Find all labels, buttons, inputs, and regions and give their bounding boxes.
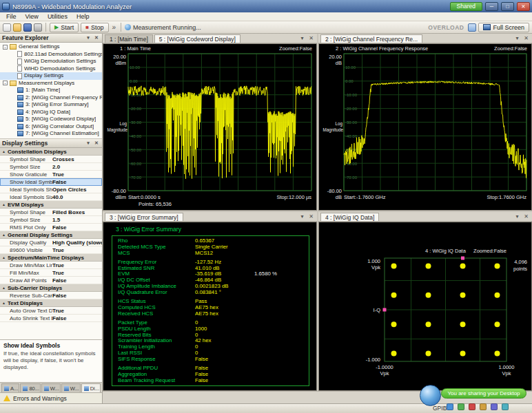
tree-group[interactable]: -Measurement Displays: [0, 80, 102, 87]
close-button[interactable]: ✕: [517, 2, 530, 11]
property-value[interactable]: 1.5: [52, 216, 102, 223]
property-value[interactable]: True: [52, 171, 102, 178]
tree-item[interactable]: WiGig Demodulation Settings: [0, 58, 102, 65]
sharing-app-icon[interactable]: [420, 385, 441, 406]
pane-tab[interactable]: 1 : [Main Time]: [105, 34, 153, 43]
tree-item[interactable]: Display Settings: [0, 72, 102, 80]
feature-explorer-header[interactable]: Feature Explorer ▾ ✕: [0, 34, 102, 43]
property-row[interactable]: Draw All PointsFalse: [0, 277, 102, 284]
tray-icon-2[interactable]: [458, 403, 464, 410]
pane-menu-icon[interactable]: ▾: [513, 213, 521, 221]
start-button[interactable]: ▶Start: [50, 23, 79, 32]
pane-tab[interactable]: 2 : [WiGig Channel Frequency Re...: [320, 34, 422, 43]
tree-item[interactable]: 7: [WiGig Channel Estimation]: [0, 130, 102, 138]
property-value[interactable]: False: [52, 224, 102, 231]
pane-close-icon[interactable]: ✕: [307, 213, 315, 221]
fullscreen-button[interactable]: Full Screen: [478, 23, 529, 32]
property-section-header[interactable]: ▲Constellation Displays: [0, 148, 102, 156]
property-section-header[interactable]: ▲General Display Settings: [0, 231, 102, 239]
property-row[interactable]: Display QualityHigh Quality (slower): [0, 239, 102, 246]
new-document-icon[interactable]: [3, 23, 11, 32]
collapse-icon[interactable]: -: [3, 81, 8, 85]
property-section-header[interactable]: ▲EVM Displays: [0, 201, 102, 209]
pane-close-icon[interactable]: ✕: [522, 34, 530, 43]
tray-icon-1[interactable]: [447, 403, 453, 410]
menu-view[interactable]: View: [21, 13, 43, 20]
shared-badge[interactable]: Shared: [450, 2, 482, 11]
property-value[interactable]: Crosses: [52, 156, 102, 162]
property-row[interactable]: RMS Plot OnlyFalse: [0, 224, 102, 231]
property-value[interactable]: True: [52, 269, 102, 276]
property-section-header[interactable]: ▲Spectrum/MainTime Displays: [0, 254, 102, 262]
property-value[interactable]: 40.0: [52, 193, 102, 200]
property-value[interactable]: Filled Boxes: [52, 209, 102, 215]
titlebar[interactable]: N8999A - Wideband Modulation Analyzer Sh…: [0, 0, 532, 12]
property-row[interactable]: Symbol Size1.5: [0, 216, 102, 224]
collapse-icon[interactable]: -: [3, 45, 8, 50]
tray-icon-3[interactable]: [469, 403, 475, 410]
property-row[interactable]: Fill Min/MaxTrue: [0, 269, 102, 277]
stop-button[interactable]: ■Stop: [81, 23, 108, 32]
tray-icon-4[interactable]: [480, 403, 487, 410]
menu-utilities[interactable]: Utilities: [43, 13, 72, 20]
pane-tab[interactable]: 4 : [WiGig IQ Data]: [320, 213, 379, 221]
property-value[interactable]: True: [52, 262, 102, 268]
property-value[interactable]: True: [52, 246, 102, 253]
tree-item[interactable]: 2: [WiGig Channel Frequency Resp]: [0, 94, 102, 102]
pane-menu-icon[interactable]: ▾: [298, 213, 306, 221]
property-row[interactable]: Symbol ShapeCrosses: [0, 156, 102, 163]
errors-warnings-tab[interactable]: Errors and Warnings: [0, 392, 102, 403]
display-settings-header[interactable]: Display Settings ▾ ✕: [0, 139, 102, 148]
panel-pin-icon[interactable]: ▾: [85, 35, 92, 41]
property-value[interactable]: False: [52, 315, 102, 321]
property-row[interactable]: Draw Min/Max LinesTrue: [0, 262, 102, 269]
print-icon[interactable]: [34, 23, 42, 32]
menu-file[interactable]: File: [2, 13, 21, 20]
pane-tab[interactable]: 5 : [WiGig Codeword Display]: [154, 34, 241, 43]
property-value[interactable]: False: [52, 292, 102, 299]
tree-item[interactable]: 1: [Main Time]: [0, 87, 102, 94]
dock-tab[interactable]: W...: [61, 383, 81, 392]
property-row[interactable]: Reverse Sub-CarrierFalse: [0, 292, 102, 299]
property-row[interactable]: Auto Shrink Text DisFalse: [0, 315, 102, 322]
tree-item[interactable]: 3: [WiGig Error Summary]: [0, 101, 102, 109]
tree-item[interactable]: 4: [WiGig IQ Data]: [0, 109, 102, 116]
error-summary-display[interactable]: 3 : WiGig Error SummaryRho0.65367Detecte…: [103, 222, 317, 391]
property-value[interactable]: Open Circles: [52, 186, 102, 193]
property-row[interactable]: Ideal Symbols ShapeOpen Circles: [0, 186, 102, 193]
pane-close-icon[interactable]: ✕: [307, 34, 315, 43]
tray-icon-5[interactable]: [491, 403, 498, 410]
panel-close-icon[interactable]: ✕: [93, 140, 100, 146]
property-value[interactable]: High Quality (slower): [52, 239, 102, 246]
property-value[interactable]: True: [52, 307, 102, 314]
open-folder-icon[interactable]: [13, 23, 21, 32]
property-row[interactable]: 89600 VisibleTrue: [0, 246, 102, 254]
tree-item[interactable]: 6: [WiGig Correlator Output]: [0, 123, 102, 131]
maximize-button[interactable]: □: [501, 2, 514, 11]
property-value[interactable]: 2.0: [52, 163, 102, 170]
property-row[interactable]: Ideal Symbols Size40.0: [0, 193, 102, 201]
dock-tab[interactable]: A...: [1, 383, 19, 392]
property-section-header[interactable]: ▲Text Displays: [0, 299, 102, 307]
tray-icon-6[interactable]: [502, 403, 509, 410]
panel-close-icon[interactable]: ✕: [93, 35, 100, 41]
panel-pin-icon[interactable]: ▾: [85, 140, 92, 146]
pane-tab[interactable]: 3 : [WiGig Error Summary]: [105, 213, 183, 221]
property-row[interactable]: Symbol ShapeFilled Boxes: [0, 209, 102, 216]
property-row[interactable]: Show GraticuleTrue: [0, 171, 102, 178]
toolbar-overflow-icon[interactable]: »: [111, 23, 118, 31]
dock-tab[interactable]: Di...: [81, 383, 101, 392]
iq-constellation-chart[interactable]: 4 : WiGig IQ DataZoomed:False4,096points…: [318, 222, 532, 391]
dock-tab[interactable]: W...: [41, 383, 61, 392]
tree-item[interactable]: 802.11ad Demodulation Settings: [0, 51, 102, 59]
channel-frequency-response-chart[interactable]: 10.000.00-10.00-20.00-30.00-40.00-50.00-…: [318, 43, 532, 211]
property-row[interactable]: Symbol Size2.0: [0, 163, 102, 171]
property-value[interactable]: False: [52, 277, 102, 284]
layout-grid-icon[interactable]: [468, 23, 476, 32]
tree-item[interactable]: WiHD Demodulation Settings: [0, 65, 102, 73]
save-icon[interactable]: [23, 23, 32, 32]
pane-menu-icon[interactable]: ▾: [513, 34, 521, 43]
property-section-header[interactable]: ▲Sub-Carrier Displays: [0, 284, 102, 292]
pane-menu-icon[interactable]: ▾: [298, 34, 306, 43]
menu-help[interactable]: Help: [72, 13, 94, 20]
